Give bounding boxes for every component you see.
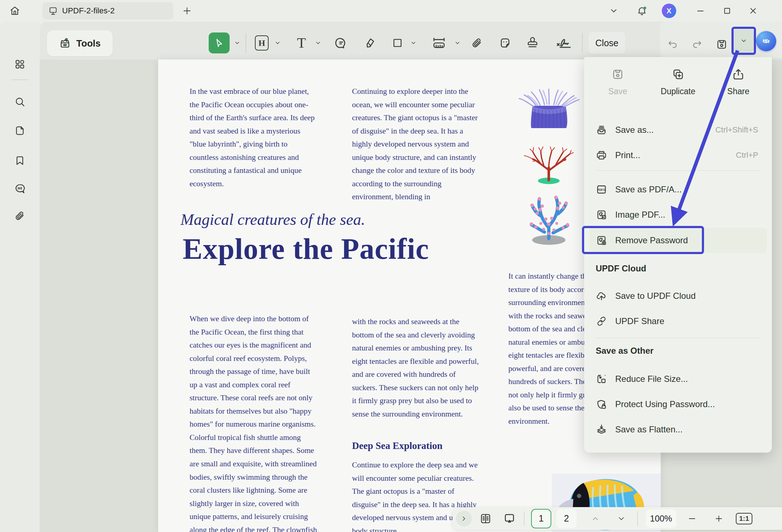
- notifications-button[interactable]: [634, 3, 650, 19]
- search-icon: [14, 96, 26, 108]
- remove-password-icon: [596, 235, 607, 246]
- link-icon: [596, 315, 607, 327]
- redo-icon: [691, 39, 703, 50]
- save-icon: [716, 38, 728, 51]
- add-tab-icon: [182, 6, 192, 16]
- print-icon: [596, 149, 607, 161]
- menu-item-reduce-file-size[interactable]: Reduce File Size...: [589, 368, 767, 390]
- sidebar-item-bookmarks[interactable]: [7, 150, 32, 171]
- document-tab[interactable]: UPDF-2-files-2: [43, 2, 173, 19]
- menu-item-updf-share[interactable]: UPDF Share: [589, 310, 767, 332]
- sidebar-item-comments[interactable]: [7, 178, 32, 200]
- titlebar-collapse-button[interactable]: [606, 4, 622, 17]
- select-cursor-icon: [214, 38, 225, 48]
- minimize-button[interactable]: [692, 4, 709, 18]
- comment-tool-button[interactable]: [333, 32, 349, 54]
- zoom-in-icon: [714, 514, 724, 523]
- page-icon: [14, 125, 26, 136]
- sidebar-item-attachments[interactable]: [7, 205, 32, 227]
- doc-subtitle: Magical creatures of the sea.: [181, 210, 433, 229]
- edit-text-chevron[interactable]: [274, 38, 282, 48]
- tab-monitor-icon: [48, 6, 58, 16]
- menu-item-label: Save to UPDF Cloud: [615, 291, 696, 301]
- bottombar-divider: [524, 511, 525, 526]
- image-pdf-icon: [596, 209, 607, 221]
- page-thumb-2[interactable]: 2: [556, 509, 577, 528]
- tab-title: UPDF-2-files-2: [62, 6, 114, 16]
- menu-item-protect-using-password[interactable]: Protect Using Password...: [589, 393, 767, 415]
- menu-item-save-as-flatten[interactable]: Save as Flatten...: [589, 419, 767, 440]
- comment-panel-icon: [14, 183, 26, 195]
- flatten-icon: [596, 424, 607, 435]
- paragraph-col1-bottom: When we dive deep into the bottom of the…: [190, 312, 319, 532]
- save-options-button[interactable]: [734, 30, 754, 52]
- menu-item-image-pdf[interactable]: Image PDF...: [589, 204, 767, 226]
- undo-button[interactable]: [664, 33, 681, 56]
- collapse-bar-button[interactable]: [456, 511, 472, 527]
- select-tool-chevron[interactable]: [234, 38, 241, 48]
- shape-chevron[interactable]: [410, 38, 417, 48]
- close-window-button[interactable]: [744, 4, 762, 18]
- tools-box-icon: [59, 37, 71, 49]
- save-as-icon: [596, 124, 607, 136]
- zoom-in-button[interactable]: [709, 509, 728, 528]
- save-button[interactable]: [713, 33, 730, 56]
- previous-page-button[interactable]: [586, 509, 605, 528]
- left-sidebar: [0, 22, 40, 532]
- sidebar-item-thumbnails[interactable]: [7, 53, 32, 75]
- close-window-icon: [748, 6, 758, 16]
- sidebar-item-search[interactable]: [7, 91, 32, 113]
- tools-button[interactable]: Tools: [47, 30, 113, 56]
- account-avatar[interactable]: X: [662, 4, 676, 18]
- edit-text-icon: H: [255, 35, 269, 51]
- undo-icon: [667, 39, 678, 50]
- menu-item-remove-password[interactable]: Remove Password: [589, 227, 767, 253]
- add-text-tool-button[interactable]: T: [293, 32, 310, 54]
- comment-tool-icon: [334, 36, 348, 50]
- add-tab-button[interactable]: [179, 4, 195, 18]
- zoom-value: 100%: [650, 514, 672, 524]
- shape-tool-button[interactable]: [389, 32, 406, 54]
- sidebar-item-pages[interactable]: [7, 120, 32, 141]
- bookmark-icon: [14, 155, 26, 166]
- close-document-button[interactable]: Close: [588, 32, 625, 54]
- menu-item-save-as-pdfa[interactable]: PDF/A Save as PDF/A...: [589, 179, 767, 200]
- redo-button[interactable]: [689, 33, 705, 56]
- next-page-button[interactable]: [612, 509, 631, 528]
- measure-chevron[interactable]: [454, 38, 461, 48]
- ai-assistant-button[interactable]: [756, 31, 776, 51]
- presentation-button[interactable]: [500, 509, 519, 528]
- sticker-tool-button[interactable]: [497, 32, 513, 54]
- maximize-button[interactable]: [718, 4, 736, 18]
- page-thumb-1[interactable]: 1: [531, 509, 551, 528]
- home-button[interactable]: [6, 3, 24, 19]
- sidebar-item-themes[interactable]: [7, 527, 32, 532]
- measure-tool-button[interactable]: [428, 32, 450, 54]
- zoom-out-button[interactable]: [683, 509, 701, 528]
- menu-item-print[interactable]: Print... Ctrl+P: [589, 144, 767, 166]
- sidebar-divider: [12, 79, 28, 80]
- signature-tool-button[interactable]: [552, 32, 576, 54]
- zoom-level[interactable]: 100%: [646, 510, 676, 528]
- highlighter-tool-button[interactable]: [362, 32, 378, 54]
- select-tool-button[interactable]: [209, 32, 230, 53]
- menu-share-button[interactable]: Share: [711, 68, 765, 111]
- menu-item-save-to-updf-cloud[interactable]: Save to UPDF Cloud: [589, 285, 767, 307]
- edit-text-tool-button[interactable]: H: [253, 32, 270, 54]
- two-page-view-button[interactable]: [476, 509, 495, 528]
- menu-item-save-as[interactable]: Save as... Ctrl+Shift+S: [589, 119, 767, 141]
- menu-item-label: Save as PDF/A...: [615, 184, 682, 195]
- stamp-tool-button[interactable]: [524, 32, 541, 54]
- actual-size-button[interactable]: 1:1: [735, 509, 753, 528]
- reduce-size-icon: [596, 373, 607, 385]
- cloud-upload-icon: [596, 290, 607, 302]
- menu-duplicate-button[interactable]: Duplicate: [651, 68, 705, 111]
- add-text-chevron[interactable]: [315, 38, 322, 48]
- avatar-initial: X: [662, 4, 676, 18]
- updf-app-window: UPDF-2-files-2 X: [0, 0, 782, 532]
- attachment-panel-icon: [14, 210, 26, 222]
- attach-file-tool-button[interactable]: [469, 32, 485, 54]
- expand-icon: [460, 515, 468, 522]
- blue-pink-coral-image: [517, 190, 581, 245]
- doc-title: Explore the Pacific: [183, 232, 508, 266]
